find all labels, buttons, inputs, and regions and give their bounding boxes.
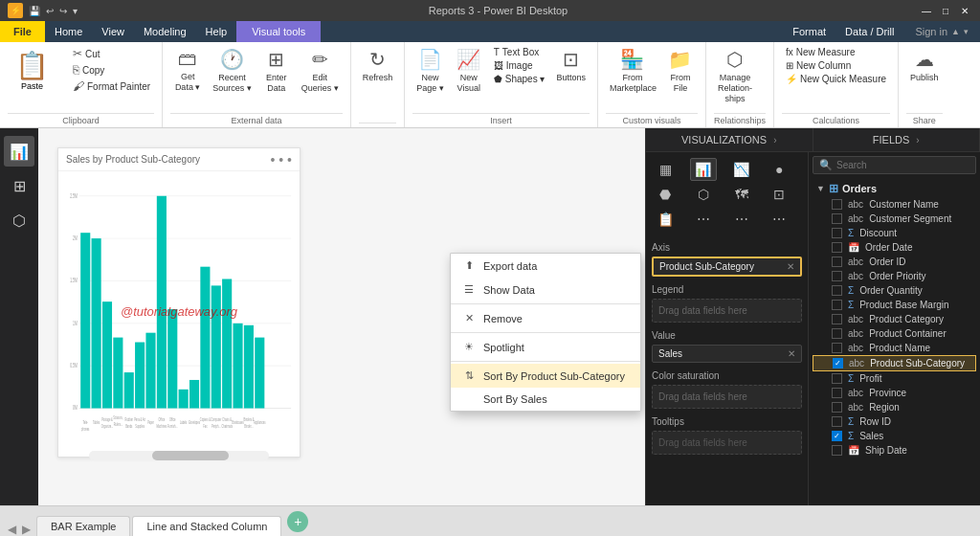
viz-icon-9[interactable]: ⋯ xyxy=(690,208,717,231)
field-product-sub-category[interactable]: ✓ abc Product Sub-Category xyxy=(813,355,976,371)
viz-icon-11[interactable]: ⋯ xyxy=(766,208,792,231)
value-field[interactable]: Sales ✕ xyxy=(652,345,802,363)
sort-by-product-item[interactable]: ⇅ Sort By Product Sub-Category xyxy=(451,364,640,388)
search-input[interactable] xyxy=(836,160,969,170)
cut-button[interactable]: ✂ Cut xyxy=(69,46,154,61)
field-checkbox-row-id[interactable] xyxy=(832,416,842,427)
viz-icon-4[interactable]: ⬣ xyxy=(652,183,679,206)
sort-by-sales-item[interactable]: Sort By Sales xyxy=(451,388,640,411)
menu-help[interactable]: Help xyxy=(196,21,237,42)
field-order-date[interactable]: 📅 Order Date xyxy=(813,240,976,255)
field-order-priority[interactable]: abc Order Priority xyxy=(813,269,976,283)
refresh-button[interactable]: ↻ Refresh xyxy=(359,46,397,85)
field-product-base-margin[interactable]: Σ Product Base Margin xyxy=(813,298,976,312)
field-checkbox-product-name[interactable] xyxy=(832,343,842,353)
chart-scrollbar-thumb[interactable] xyxy=(152,451,229,460)
field-checkbox-order-date[interactable] xyxy=(832,242,842,253)
field-customer-name[interactable]: abc Customer Name xyxy=(813,197,976,212)
menu-file[interactable]: File xyxy=(0,21,45,42)
chart-container[interactable]: Sales by Product Sub-Category • • • @tut… xyxy=(57,147,301,458)
menu-datadrill[interactable]: Data / Drill xyxy=(835,21,903,42)
menu-format[interactable]: Format xyxy=(783,21,835,42)
new-measure-button[interactable]: fx New Measure xyxy=(782,46,890,58)
add-tab-button[interactable]: + xyxy=(287,511,308,532)
field-checkbox-sales[interactable]: ✓ xyxy=(832,431,842,441)
field-checkbox-product-container[interactable] xyxy=(832,328,842,339)
field-row-id[interactable]: Σ Row ID xyxy=(813,414,976,429)
viz-icon-10[interactable]: ⋯ xyxy=(728,208,755,231)
format-painter-button[interactable]: 🖌 Format Painter xyxy=(69,78,154,94)
field-checkbox-province[interactable] xyxy=(832,388,842,398)
field-order-quantity[interactable]: Σ Order Quantity xyxy=(813,283,976,298)
field-product-name[interactable]: abc Product Name xyxy=(813,341,976,355)
field-province[interactable]: abc Province xyxy=(813,386,976,400)
visualizations-tab[interactable]: VISUALIZATIONS › xyxy=(646,128,813,151)
enter-data-button[interactable]: ⊞ EnterData xyxy=(259,46,294,96)
sidebar-report-icon[interactable]: 📊 xyxy=(4,136,34,167)
image-button[interactable]: 🖼 Image xyxy=(490,59,549,72)
tab-bar-example[interactable]: BAR Example xyxy=(36,516,130,536)
close-button[interactable]: ✕ xyxy=(957,3,972,18)
from-file-button[interactable]: 📁 FromFile xyxy=(663,46,698,96)
export-data-item[interactable]: ⬆ Export data xyxy=(451,254,640,278)
maximize-button[interactable]: □ xyxy=(938,3,953,18)
viz-icon-1[interactable]: 📊 xyxy=(690,158,717,181)
value-remove-button[interactable]: ✕ xyxy=(788,348,795,359)
field-checkbox-profit[interactable] xyxy=(832,373,842,384)
menu-home[interactable]: Home xyxy=(45,21,92,42)
publish-button[interactable]: ☁ Publish xyxy=(906,46,943,85)
tab-line-stacked[interactable]: Line and Stacked Column xyxy=(132,516,281,536)
sidebar-model-icon[interactable]: ⬡ xyxy=(4,205,34,235)
viz-icon-6[interactable]: 🗺 xyxy=(728,183,755,206)
field-checkbox-order-priority[interactable] xyxy=(832,271,842,281)
color-saturation-drag-area[interactable]: Drag data fields here xyxy=(652,385,802,409)
sidebar-data-icon[interactable]: ⊞ xyxy=(4,170,34,201)
minimize-button[interactable]: — xyxy=(919,3,934,18)
edit-queries-button[interactable]: ✏ EditQueries ▾ xyxy=(298,46,343,96)
axis-remove-button[interactable]: ✕ xyxy=(787,261,794,272)
tab-prev-button[interactable]: ◀ xyxy=(8,523,16,536)
field-product-container[interactable]: abc Product Container xyxy=(813,326,976,341)
new-column-button[interactable]: ⊞ New Column xyxy=(782,59,890,72)
viz-icon-5[interactable]: ⬡ xyxy=(690,183,717,206)
menu-modeling[interactable]: Modeling xyxy=(134,21,196,42)
viz-icon-0[interactable]: ▦ xyxy=(652,158,679,181)
spotlight-item[interactable]: ☀ Spotlight xyxy=(451,335,640,359)
field-checkbox-region[interactable] xyxy=(832,402,842,413)
new-page-button[interactable]: 📄 NewPage ▾ xyxy=(412,46,448,96)
get-data-button[interactable]: 🗃 GetData ▾ xyxy=(170,46,205,95)
viz-icon-3[interactable]: ● xyxy=(766,158,792,181)
field-discount[interactable]: Σ Discount xyxy=(813,226,976,240)
field-ship-date[interactable]: 📅 Ship Date xyxy=(813,443,976,458)
new-visual-button[interactable]: 📈 NewVisual xyxy=(452,46,486,96)
fields-tab[interactable]: FIELDS › xyxy=(813,128,981,151)
quick-access-save[interactable]: 💾 xyxy=(29,6,40,16)
show-data-item[interactable]: ☰ Show Data xyxy=(451,278,640,302)
copy-button[interactable]: ⎘ Copy xyxy=(69,62,154,78)
recent-sources-button[interactable]: 🕐 RecentSources ▾ xyxy=(209,46,256,96)
tooltips-drag-area[interactable]: Drag data fields here xyxy=(652,431,802,455)
field-product-category[interactable]: abc Product Category xyxy=(813,312,976,326)
field-checkbox-order-quantity[interactable] xyxy=(832,285,842,296)
orders-group-header[interactable]: ▼ ⊞ Orders xyxy=(813,180,976,197)
marketplace-button[interactable]: 🏪 FromMarketplace xyxy=(606,46,659,96)
manage-relationships-button[interactable]: ⬡ ManageRelation-ships xyxy=(714,46,756,105)
chart-ellipsis-button[interactable]: • • • xyxy=(271,152,292,168)
field-profit[interactable]: Σ Profit xyxy=(813,371,976,386)
field-region[interactable]: abc Region xyxy=(813,400,976,414)
field-checkbox-product-base-margin[interactable] xyxy=(832,300,842,310)
axis-field[interactable]: Product Sub-Category ✕ xyxy=(652,257,802,277)
menu-view[interactable]: View xyxy=(92,21,134,42)
viz-icon-2[interactable]: 📉 xyxy=(728,158,755,181)
textbox-button[interactable]: T Text Box xyxy=(490,46,549,58)
field-sales[interactable]: ✓ Σ Sales xyxy=(813,429,976,443)
sign-in[interactable]: Sign in ▲▾ xyxy=(903,21,980,42)
field-order-id[interactable]: abc Order ID xyxy=(813,255,976,269)
shapes-button[interactable]: ⬟ Shapes ▾ xyxy=(490,73,549,85)
field-customer-segment[interactable]: abc Customer Segment xyxy=(813,212,976,226)
viz-icon-8[interactable]: 📋 xyxy=(652,208,679,231)
paste-button[interactable]: 📋 Paste xyxy=(8,46,56,95)
remove-item[interactable]: ✕ Remove xyxy=(451,306,640,330)
field-checkbox-discount[interactable] xyxy=(832,228,842,238)
field-checkbox-order-id[interactable] xyxy=(832,257,842,267)
